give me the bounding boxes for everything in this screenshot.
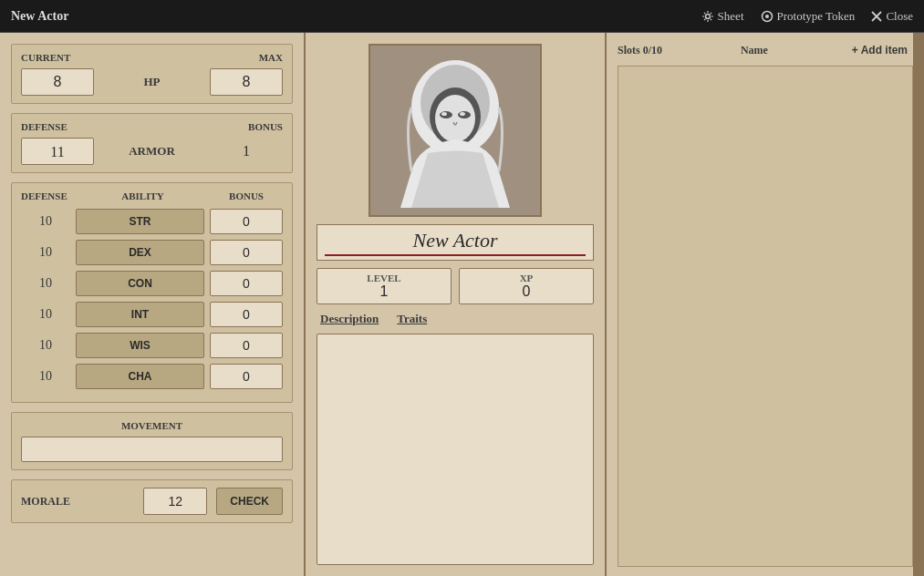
ability-row-cha: 10 CHA [21, 364, 283, 389]
svg-point-8 [435, 95, 475, 142]
armor-defense-value: 11 [21, 138, 94, 165]
ability-name-header: ABILITY [76, 190, 210, 201]
ability-row-int: 10 INT [21, 302, 283, 327]
right-panel: Slots 0/10 Name + Add item [607, 33, 924, 576]
description-tabs: Description Traits [317, 312, 594, 326]
dex-bonus-input[interactable] [210, 240, 283, 265]
hp-row: HP [21, 68, 283, 96]
inventory-header: Slots 0/10 Name + Add item [618, 42, 913, 58]
hp-current-input[interactable] [21, 68, 94, 96]
con-defense: 10 [21, 276, 70, 291]
armor-bonus-value: 1 [210, 143, 283, 159]
gear-icon [701, 10, 714, 23]
defense-label: DEFENSE [21, 121, 67, 132]
check-button[interactable]: CHECK [216, 488, 283, 515]
name-underline [325, 254, 586, 256]
left-panel: CURRENT MAX HP DEFENSE BONUS 11 ARMOR [0, 33, 306, 576]
actor-portrait[interactable] [369, 44, 542, 217]
slots-label: Slots 0/10 [618, 44, 662, 57]
int-button[interactable]: INT [76, 302, 204, 327]
tab-description[interactable]: Description [320, 312, 379, 326]
svg-point-12 [460, 112, 465, 116]
add-item-button[interactable]: + Add item [846, 42, 913, 58]
armor-section: DEFENSE BONUS 11 ARMOR 1 [11, 113, 293, 173]
str-bonus-input[interactable] [210, 209, 283, 234]
morale-label: MORALE [21, 495, 134, 509]
ability-row-con: 10 CON [21, 271, 283, 296]
hp-section: CURRENT MAX HP [11, 44, 293, 104]
description-textarea[interactable] [317, 334, 594, 565]
dex-defense: 10 [21, 245, 70, 260]
movement-label: MOVEMENT [21, 420, 283, 431]
con-bonus-input[interactable] [210, 271, 283, 296]
xp-label: XP [467, 273, 586, 283]
abilities-section: DEFENSE ABILITY BONUS 10 STR 10 DEX [11, 182, 293, 403]
armor-header: DEFENSE BONUS [21, 121, 283, 132]
window-title: New Actor [11, 9, 68, 24]
armor-label: ARMOR [101, 144, 202, 159]
level-label: LEVEL [325, 273, 443, 283]
svg-point-2 [765, 15, 769, 18]
armor-row: 11 ARMOR 1 [21, 138, 283, 165]
abilities-header: DEFENSE ABILITY BONUS [21, 190, 283, 201]
close-button[interactable]: Close [871, 9, 913, 24]
con-button[interactable]: CON [76, 271, 204, 296]
level-xp-row: LEVEL XP [317, 268, 594, 304]
str-button[interactable]: STR [76, 209, 204, 234]
center-panel: New Actor LEVEL XP Description Traits [306, 33, 607, 576]
max-label: MAX [259, 52, 283, 63]
cha-defense: 10 [21, 369, 70, 384]
int-defense: 10 [21, 307, 70, 322]
ability-defense-header: DEFENSE [21, 190, 76, 201]
title-bar-actions: Sheet Prototype Token Close [701, 9, 913, 24]
str-defense: 10 [21, 214, 70, 229]
tab-traits[interactable]: Traits [397, 312, 427, 326]
inventory-name-col: Name [670, 44, 839, 57]
actor-name-container: New Actor [317, 224, 594, 261]
scrollbar[interactable] [913, 33, 924, 576]
sheet-button[interactable]: Sheet [701, 9, 744, 24]
wis-button[interactable]: WIS [76, 333, 204, 358]
xp-input[interactable] [467, 283, 586, 300]
movement-input[interactable] [21, 437, 283, 462]
ability-row-str: 10 STR [21, 209, 283, 234]
current-label: CURRENT [21, 52, 70, 63]
title-bar: New Actor Sheet Prototype Token [0, 0, 924, 33]
cha-bonus-input[interactable] [210, 364, 283, 389]
prototype-token-button[interactable]: Prototype Token [761, 9, 856, 24]
wis-defense: 10 [21, 338, 70, 353]
int-bonus-input[interactable] [210, 302, 283, 327]
morale-input[interactable] [143, 488, 207, 515]
level-input[interactable] [325, 283, 443, 300]
svg-point-0 [705, 14, 710, 18]
svg-point-11 [441, 112, 447, 116]
bonus-label: BONUS [248, 121, 283, 132]
xp-box: XP [459, 268, 594, 304]
inventory-list [618, 66, 913, 567]
token-icon [761, 10, 773, 23]
close-icon [871, 11, 882, 22]
hooded-figure-icon [391, 53, 519, 208]
ability-row-wis: 10 WIS [21, 333, 283, 358]
dex-button[interactable]: DEX [76, 240, 204, 265]
hp-label: HP [101, 75, 202, 89]
hp-header: CURRENT MAX [21, 52, 283, 63]
cha-button[interactable]: CHA [76, 364, 204, 389]
morale-section: MORALE CHECK [11, 479, 293, 523]
movement-section: MOVEMENT [11, 412, 293, 470]
main-content: CURRENT MAX HP DEFENSE BONUS 11 ARMOR [0, 33, 924, 576]
ability-row-dex: 10 DEX [21, 240, 283, 265]
wis-bonus-input[interactable] [210, 333, 283, 358]
level-box: LEVEL [317, 268, 452, 304]
hp-max-input[interactable] [210, 68, 283, 96]
actor-name: New Actor [325, 229, 586, 252]
ability-bonus-header: BONUS [210, 190, 283, 201]
